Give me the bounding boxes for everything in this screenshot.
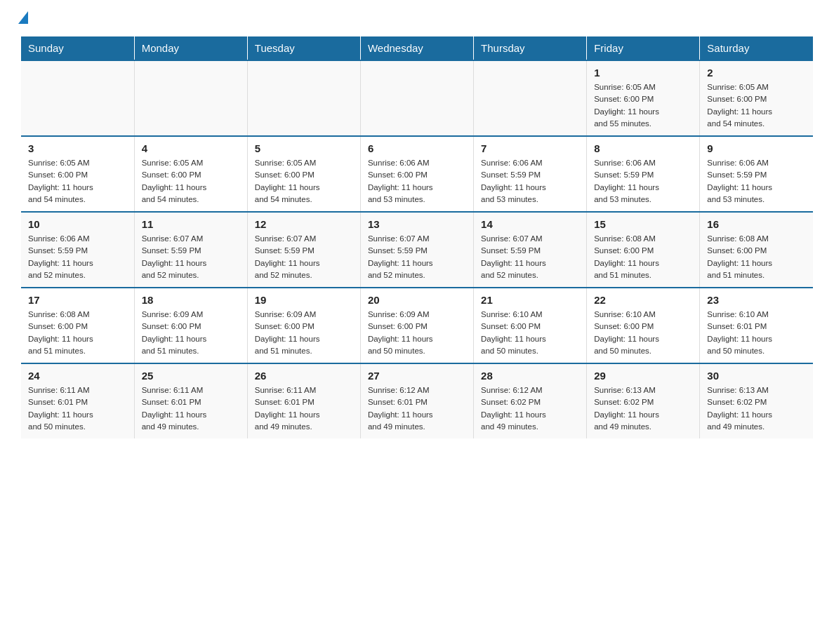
calendar-cell: 21Sunrise: 6:10 AMSunset: 6:00 PMDayligh…: [474, 288, 587, 363]
calendar-cell: 7Sunrise: 6:06 AMSunset: 5:59 PMDaylight…: [474, 136, 587, 212]
day-number: 20: [368, 294, 466, 306]
day-info: Sunrise: 6:10 AMSunset: 6:00 PMDaylight:…: [481, 309, 579, 357]
calendar-cell: 19Sunrise: 6:09 AMSunset: 6:00 PMDayligh…: [247, 288, 360, 363]
calendar-cell: [474, 60, 587, 136]
day-info: Sunrise: 6:11 AMSunset: 6:01 PMDaylight:…: [255, 384, 353, 433]
day-number: 16: [707, 218, 806, 230]
day-number: 7: [481, 142, 579, 154]
header-saturday: Saturday: [700, 36, 813, 60]
calendar-cell: 2Sunrise: 6:05 AMSunset: 6:00 PMDaylight…: [700, 60, 813, 136]
day-number: 18: [142, 294, 240, 306]
calendar-cell: 18Sunrise: 6:09 AMSunset: 6:00 PMDayligh…: [134, 288, 247, 363]
day-number: 6: [368, 142, 466, 154]
day-number: 10: [28, 218, 127, 230]
day-number: 1: [594, 67, 692, 79]
day-info: Sunrise: 6:07 AMSunset: 5:59 PMDaylight:…: [142, 233, 240, 281]
calendar-cell: 13Sunrise: 6:07 AMSunset: 5:59 PMDayligh…: [360, 212, 473, 288]
calendar-cell: [247, 60, 360, 136]
day-info: Sunrise: 6:10 AMSunset: 6:00 PMDaylight:…: [594, 309, 692, 357]
calendar-cell: 5Sunrise: 6:05 AMSunset: 6:00 PMDaylight…: [247, 136, 360, 212]
day-info: Sunrise: 6:07 AMSunset: 5:59 PMDaylight:…: [368, 233, 466, 281]
calendar-cell: 23Sunrise: 6:10 AMSunset: 6:01 PMDayligh…: [700, 288, 813, 363]
day-number: 5: [255, 142, 353, 154]
calendar-cell: 29Sunrise: 6:13 AMSunset: 6:02 PMDayligh…: [587, 363, 700, 438]
logo: [21, 14, 28, 22]
calendar-cell: 17Sunrise: 6:08 AMSunset: 6:00 PMDayligh…: [21, 288, 134, 363]
calendar-cell: 27Sunrise: 6:12 AMSunset: 6:01 PMDayligh…: [360, 363, 473, 438]
calendar-cell: 6Sunrise: 6:06 AMSunset: 6:00 PMDaylight…: [360, 136, 473, 212]
calendar-cell: 9Sunrise: 6:06 AMSunset: 5:59 PMDaylight…: [700, 136, 813, 212]
day-info: Sunrise: 6:05 AMSunset: 6:00 PMDaylight:…: [28, 157, 127, 206]
calendar-week-row: 1Sunrise: 6:05 AMSunset: 6:00 PMDaylight…: [21, 60, 813, 136]
day-info: Sunrise: 6:11 AMSunset: 6:01 PMDaylight:…: [142, 384, 240, 433]
calendar-cell: 11Sunrise: 6:07 AMSunset: 5:59 PMDayligh…: [134, 212, 247, 288]
calendar-header-row: SundayMondayTuesdayWednesdayThursdayFrid…: [21, 36, 813, 60]
calendar-cell: 3Sunrise: 6:05 AMSunset: 6:00 PMDaylight…: [21, 136, 134, 212]
calendar-cell: 15Sunrise: 6:08 AMSunset: 6:00 PMDayligh…: [587, 212, 700, 288]
day-number: 8: [594, 142, 692, 154]
calendar-cell: 24Sunrise: 6:11 AMSunset: 6:01 PMDayligh…: [21, 363, 134, 438]
day-number: 23: [707, 294, 806, 306]
day-number: 27: [368, 370, 466, 382]
calendar-cell: 12Sunrise: 6:07 AMSunset: 5:59 PMDayligh…: [247, 212, 360, 288]
calendar-cell: [134, 60, 247, 136]
header-thursday: Thursday: [474, 36, 587, 60]
header-monday: Monday: [134, 36, 247, 60]
calendar-week-row: 17Sunrise: 6:08 AMSunset: 6:00 PMDayligh…: [21, 288, 813, 363]
day-info: Sunrise: 6:07 AMSunset: 5:59 PMDaylight:…: [255, 233, 353, 281]
calendar-cell: 1Sunrise: 6:05 AMSunset: 6:00 PMDaylight…: [587, 60, 700, 136]
calendar-cell: 14Sunrise: 6:07 AMSunset: 5:59 PMDayligh…: [474, 212, 587, 288]
day-info: Sunrise: 6:09 AMSunset: 6:00 PMDaylight:…: [142, 309, 240, 357]
day-number: 3: [28, 142, 127, 154]
page-header: [21, 14, 813, 22]
day-info: Sunrise: 6:06 AMSunset: 6:00 PMDaylight:…: [368, 157, 466, 206]
day-info: Sunrise: 6:05 AMSunset: 6:00 PMDaylight:…: [594, 81, 692, 130]
calendar-cell: 8Sunrise: 6:06 AMSunset: 5:59 PMDaylight…: [587, 136, 700, 212]
day-number: 12: [255, 218, 353, 230]
day-number: 15: [594, 218, 692, 230]
header-friday: Friday: [587, 36, 700, 60]
calendar-cell: 10Sunrise: 6:06 AMSunset: 5:59 PMDayligh…: [21, 212, 134, 288]
day-info: Sunrise: 6:11 AMSunset: 6:01 PMDaylight:…: [28, 384, 127, 433]
day-number: 26: [255, 370, 353, 382]
day-info: Sunrise: 6:10 AMSunset: 6:01 PMDaylight:…: [707, 309, 806, 357]
day-info: Sunrise: 6:08 AMSunset: 6:00 PMDaylight:…: [594, 233, 692, 281]
day-info: Sunrise: 6:06 AMSunset: 5:59 PMDaylight:…: [707, 157, 806, 206]
day-info: Sunrise: 6:08 AMSunset: 6:00 PMDaylight:…: [28, 309, 127, 357]
calendar-cell: 26Sunrise: 6:11 AMSunset: 6:01 PMDayligh…: [247, 363, 360, 438]
day-number: 28: [481, 370, 579, 382]
calendar-cell: 30Sunrise: 6:13 AMSunset: 6:02 PMDayligh…: [700, 363, 813, 438]
calendar-cell: 25Sunrise: 6:11 AMSunset: 6:01 PMDayligh…: [134, 363, 247, 438]
calendar-week-row: 24Sunrise: 6:11 AMSunset: 6:01 PMDayligh…: [21, 363, 813, 438]
day-number: 2: [707, 67, 806, 79]
day-info: Sunrise: 6:12 AMSunset: 6:01 PMDaylight:…: [368, 384, 466, 433]
day-info: Sunrise: 6:09 AMSunset: 6:00 PMDaylight:…: [255, 309, 353, 357]
day-number: 25: [142, 370, 240, 382]
day-number: 22: [594, 294, 692, 306]
calendar-cell: [21, 60, 134, 136]
day-number: 30: [707, 370, 806, 382]
calendar-cell: [360, 60, 473, 136]
day-info: Sunrise: 6:06 AMSunset: 5:59 PMDaylight:…: [28, 233, 127, 281]
day-info: Sunrise: 6:07 AMSunset: 5:59 PMDaylight:…: [481, 233, 579, 281]
day-number: 24: [28, 370, 127, 382]
day-info: Sunrise: 6:06 AMSunset: 5:59 PMDaylight:…: [481, 157, 579, 206]
day-info: Sunrise: 6:05 AMSunset: 6:00 PMDaylight:…: [142, 157, 240, 206]
day-info: Sunrise: 6:13 AMSunset: 6:02 PMDaylight:…: [594, 384, 692, 433]
day-info: Sunrise: 6:09 AMSunset: 6:00 PMDaylight:…: [368, 309, 466, 357]
day-number: 9: [707, 142, 806, 154]
calendar-cell: 16Sunrise: 6:08 AMSunset: 6:00 PMDayligh…: [700, 212, 813, 288]
day-number: 29: [594, 370, 692, 382]
calendar-cell: 20Sunrise: 6:09 AMSunset: 6:00 PMDayligh…: [360, 288, 473, 363]
calendar-cell: 22Sunrise: 6:10 AMSunset: 6:00 PMDayligh…: [587, 288, 700, 363]
day-info: Sunrise: 6:05 AMSunset: 6:00 PMDaylight:…: [707, 81, 806, 130]
header-wednesday: Wednesday: [360, 36, 473, 60]
day-number: 14: [481, 218, 579, 230]
calendar-week-row: 10Sunrise: 6:06 AMSunset: 5:59 PMDayligh…: [21, 212, 813, 288]
calendar-table: SundayMondayTuesdayWednesdayThursdayFrid…: [21, 36, 813, 438]
header-sunday: Sunday: [21, 36, 134, 60]
day-number: 11: [142, 218, 240, 230]
day-info: Sunrise: 6:12 AMSunset: 6:02 PMDaylight:…: [481, 384, 579, 433]
day-number: 21: [481, 294, 579, 306]
calendar-cell: 28Sunrise: 6:12 AMSunset: 6:02 PMDayligh…: [474, 363, 587, 438]
